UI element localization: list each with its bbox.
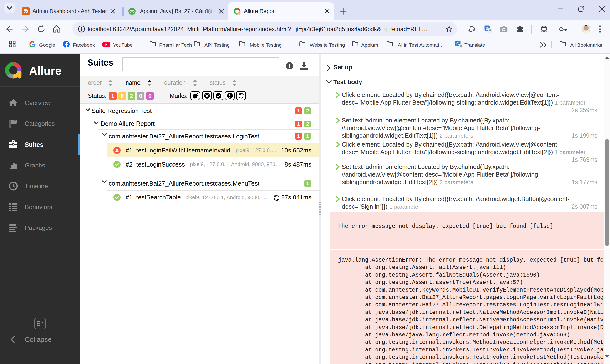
svg-text:G: G — [456, 42, 459, 46]
svg-text:G: G — [486, 26, 489, 30]
